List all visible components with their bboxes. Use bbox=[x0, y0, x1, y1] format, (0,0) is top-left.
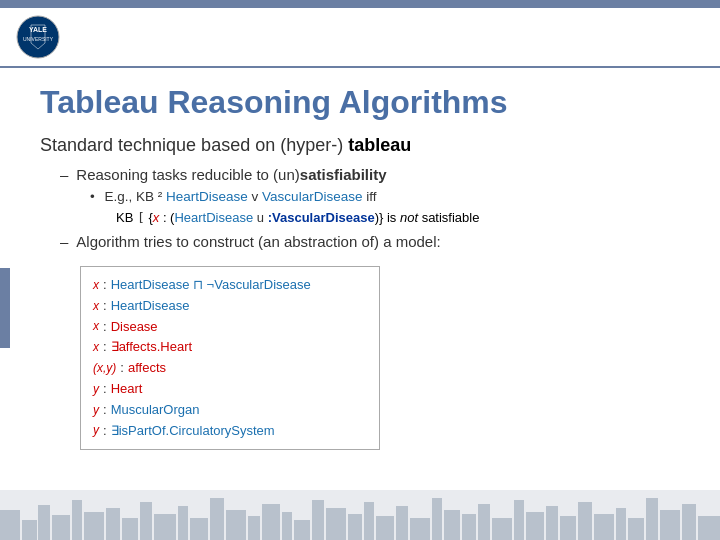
svg-rect-12 bbox=[140, 502, 152, 540]
svg-rect-31 bbox=[462, 514, 476, 540]
svg-rect-27 bbox=[396, 506, 408, 540]
bullet-dot: • bbox=[90, 189, 95, 204]
svg-rect-40 bbox=[616, 508, 626, 540]
subtitle: Standard technique based on (hyper-) tab… bbox=[40, 135, 680, 156]
svg-rect-14 bbox=[178, 506, 188, 540]
dash-2: – bbox=[60, 233, 68, 250]
dash-item-2: – Algorithm tries to construct (an abstr… bbox=[60, 233, 680, 250]
svg-rect-30 bbox=[444, 510, 460, 540]
main-content: Tableau Reasoning Algorithms Standard te… bbox=[0, 68, 720, 468]
bullet1-text: Reasoning tasks reducible to (un)satisfi… bbox=[76, 166, 386, 183]
svg-rect-41 bbox=[628, 518, 644, 540]
svg-rect-18 bbox=[248, 516, 260, 540]
svg-rect-42 bbox=[646, 498, 658, 540]
svg-rect-28 bbox=[410, 518, 430, 540]
svg-rect-7 bbox=[52, 515, 70, 540]
svg-rect-29 bbox=[432, 498, 442, 540]
svg-rect-39 bbox=[594, 514, 614, 540]
svg-rect-15 bbox=[190, 518, 208, 540]
svg-rect-45 bbox=[698, 516, 720, 540]
svg-rect-38 bbox=[578, 502, 592, 540]
svg-rect-34 bbox=[514, 500, 524, 540]
svg-rect-21 bbox=[294, 520, 310, 540]
top-bar bbox=[0, 0, 720, 8]
tableau-row-1: x : HeartDisease ⊓ ¬VascularDisease bbox=[93, 275, 367, 296]
subtitle-prefix: Standard technique based on (hyper-) bbox=[40, 135, 348, 155]
bullet-section-1: – Reasoning tasks reducible to (un)satis… bbox=[60, 166, 680, 225]
subtitle-bold: tableau bbox=[348, 135, 411, 155]
tableau-row-6: y : Heart bbox=[93, 379, 367, 400]
svg-rect-26 bbox=[376, 516, 394, 540]
tableau-row-8: y : ∃isPartOf.CirculatorySystem bbox=[93, 421, 367, 442]
kb-label: E.g., KB ² HeartDisease v VascularDiseas… bbox=[105, 189, 377, 204]
page-title: Tableau Reasoning Algorithms bbox=[40, 84, 680, 121]
yale-logo: YALE UNIVERSITY bbox=[16, 15, 60, 59]
svg-rect-24 bbox=[348, 514, 362, 540]
tableau-box: x : HeartDisease ⊓ ¬VascularDisease x : … bbox=[80, 266, 380, 450]
tableau-row-7: y : MuscularOrgan bbox=[93, 400, 367, 421]
svg-rect-16 bbox=[210, 498, 224, 540]
bullet-section-2: – Algorithm tries to construct (an abstr… bbox=[60, 233, 680, 250]
svg-rect-33 bbox=[492, 518, 512, 540]
tableau-row-5: (x,y) : affects bbox=[93, 358, 367, 379]
svg-rect-10 bbox=[106, 508, 120, 540]
bullet2-text: Algorithm tries to construct (an abstrac… bbox=[76, 233, 440, 250]
svg-rect-20 bbox=[282, 512, 292, 540]
bullet1-prefix: Reasoning tasks reducible to (un) bbox=[76, 166, 299, 183]
svg-rect-6 bbox=[38, 505, 50, 540]
header: YALE UNIVERSITY bbox=[0, 8, 720, 68]
svg-rect-9 bbox=[84, 512, 104, 540]
tableau-row-2: x : HeartDisease bbox=[93, 296, 367, 317]
svg-rect-44 bbox=[682, 504, 696, 540]
svg-rect-43 bbox=[660, 510, 680, 540]
kb-line2: KB [ {x : (HeartDisease u :VascularDisea… bbox=[116, 210, 680, 225]
svg-rect-22 bbox=[312, 500, 324, 540]
cityscape bbox=[0, 490, 720, 540]
svg-rect-13 bbox=[154, 514, 176, 540]
svg-rect-25 bbox=[364, 502, 374, 540]
tableau-row-3: x : Disease bbox=[93, 317, 367, 338]
bullet1-bold: satisfiability bbox=[300, 166, 387, 183]
svg-rect-32 bbox=[478, 504, 490, 540]
svg-rect-11 bbox=[122, 518, 138, 540]
svg-rect-19 bbox=[262, 504, 280, 540]
tableau-row-4: x : ∃affects.Heart bbox=[93, 337, 367, 358]
svg-rect-5 bbox=[22, 520, 37, 540]
svg-rect-23 bbox=[326, 508, 346, 540]
dash-item-1: – Reasoning tasks reducible to (un)satis… bbox=[60, 166, 680, 183]
kb-example: • E.g., KB ² HeartDisease v VascularDise… bbox=[90, 189, 680, 204]
svg-rect-37 bbox=[560, 516, 576, 540]
left-accent bbox=[0, 268, 10, 348]
svg-rect-4 bbox=[0, 510, 20, 540]
svg-rect-8 bbox=[72, 500, 82, 540]
svg-rect-17 bbox=[226, 510, 246, 540]
dash-1: – bbox=[60, 166, 68, 183]
svg-rect-35 bbox=[526, 512, 544, 540]
svg-rect-36 bbox=[546, 506, 558, 540]
svg-text:UNIVERSITY: UNIVERSITY bbox=[23, 36, 54, 42]
